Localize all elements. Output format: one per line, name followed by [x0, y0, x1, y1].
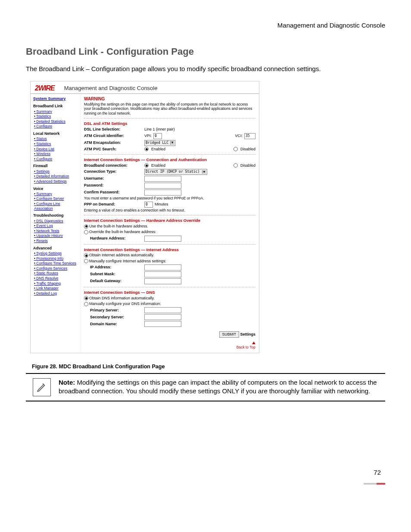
- conn-section-title: Internet Connection Settings — Connectio…: [84, 157, 255, 162]
- ip-address-input[interactable]: [144, 264, 181, 271]
- nav-t-event[interactable]: Event Log: [34, 224, 78, 228]
- pvc-enabled-radio[interactable]: [144, 147, 149, 151]
- dropdown-icon: ▼: [170, 141, 174, 145]
- username-input[interactable]: [144, 176, 181, 182]
- domain-name-input[interactable]: [144, 321, 181, 327]
- nav-t-network[interactable]: Network Tests: [34, 229, 78, 233]
- mdc-screenshot: 2WIRE Management and Diagnostic Console …: [30, 81, 259, 353]
- pencil-icon: [33, 378, 51, 396]
- bb-disabled-radio[interactable]: [234, 163, 238, 168]
- hw-opt1: Use the built-in hardware address.: [89, 224, 148, 228]
- pvc-disabled-radio[interactable]: [234, 147, 238, 151]
- bb-disabled-label: Disabled: [240, 163, 255, 168]
- nav-a-syslog[interactable]: Syslog Settings: [34, 251, 78, 256]
- ppp-label: PPP on Demand:: [84, 202, 144, 207]
- vpi-label: VPI:: [144, 134, 152, 138]
- doc-header: Management and Diagnostic Console: [26, 22, 385, 29]
- nav-voice: Voice: [33, 187, 78, 191]
- ip-manual-radio[interactable]: [84, 259, 88, 263]
- nav-firewall: Firewall: [33, 164, 78, 168]
- password-input[interactable]: [144, 183, 181, 189]
- nav-ln-wireless[interactable]: Wireless: [34, 152, 78, 156]
- nav-ln-device-list[interactable]: Device List: [34, 147, 78, 152]
- warning-title: WARNING: [84, 96, 255, 102]
- nav-advanced: Advanced: [33, 246, 78, 251]
- hw-address-label: Hardware Address:: [90, 236, 144, 241]
- ip-section-title: Internet Connection Settings — Internet …: [84, 247, 255, 252]
- hw-override-radio[interactable]: [84, 230, 88, 234]
- nav-bl-configure[interactable]: Configure: [34, 124, 78, 129]
- ip-address-label: IP Address:: [90, 265, 144, 270]
- hw-builtin-radio[interactable]: [84, 224, 88, 229]
- vci-input[interactable]: 35: [244, 133, 255, 139]
- pvc-enabled-label: Enabled: [151, 147, 165, 152]
- primary-server-input[interactable]: [144, 307, 181, 313]
- subnet-mask-input[interactable]: [144, 271, 181, 277]
- default-gw-input[interactable]: [144, 278, 181, 284]
- note-label: Note:: [59, 379, 75, 386]
- warning-text: Modifying the settings on this page can …: [84, 102, 255, 116]
- nav-system-summary[interactable]: System Summary: [33, 96, 66, 101]
- bb-enabled-radio[interactable]: [144, 163, 149, 168]
- nav-v-configure-line[interactable]: Configure Line Association: [34, 202, 78, 211]
- dns-auto-radio[interactable]: [84, 296, 88, 300]
- submit-label: Settings: [240, 332, 255, 336]
- vpi-input[interactable]: 0: [153, 133, 162, 139]
- bb-conn-label: Broadband connection:: [84, 163, 144, 168]
- ip-opt2: Manually configure Internet address sett…: [89, 259, 166, 263]
- nav-a-dns[interactable]: DNS Resolve: [34, 276, 78, 281]
- dns-opt1: Obtain DNS information automatically.: [89, 296, 155, 300]
- nav-a-static[interactable]: Static Routes: [34, 271, 78, 276]
- ppp-unit: Minutes: [155, 202, 168, 207]
- nav-bl-detailed-stats[interactable]: Detailed Statistics: [34, 119, 78, 124]
- nav-ln-statistics[interactable]: Statistics: [34, 142, 78, 146]
- nav-v-configure-server[interactable]: Configure Server: [34, 196, 78, 201]
- nav-t-upgrade[interactable]: Upgrade History: [34, 233, 78, 238]
- nav-bl-summary[interactable]: Summary: [34, 109, 78, 114]
- atm-encap-select[interactable]: Bridged LLC▼: [144, 140, 175, 146]
- vci-label: VCI:: [235, 134, 243, 138]
- note-box: Note: Modifying the settings on this pag…: [26, 373, 385, 401]
- sidebar-nav: System Summary Broadband Link Summary St…: [31, 94, 81, 353]
- hw-address-input[interactable]: [144, 236, 181, 242]
- back-to-top-link[interactable]: Back to Top: [237, 345, 255, 349]
- dns-section-title: Internet Connection Settings — DNS: [84, 290, 255, 295]
- nav-t-dsl[interactable]: DSL Diagnostics: [34, 219, 78, 224]
- nav-t-resets[interactable]: Resets: [34, 239, 78, 243]
- nav-v-summary[interactable]: Summary: [34, 192, 78, 196]
- page-number: 72: [374, 469, 381, 476]
- domain-name-label: Domain Name:: [90, 322, 144, 327]
- hw-opt2: Override the built-in hardware address:: [89, 230, 156, 234]
- nav-a-services[interactable]: Configure Services: [34, 266, 78, 271]
- nav-bl-statistics[interactable]: Statistics: [34, 114, 78, 119]
- confirm-password-input[interactable]: [144, 190, 181, 196]
- nav-local-network: Local Network: [33, 131, 78, 136]
- nav-a-detailed[interactable]: Detailed Log: [34, 291, 78, 296]
- nav-broadband-link: Broadband Link: [33, 104, 78, 109]
- confirm-password-label: Confirm Password:: [84, 190, 144, 195]
- nav-fw-detailed[interactable]: Detailed Information: [34, 174, 78, 179]
- conn-type-label: Connection Type:: [84, 169, 144, 174]
- atm-encap-label: ATM Encapsulation:: [84, 140, 144, 145]
- ppp-input[interactable]: 0: [144, 202, 153, 208]
- nav-a-link[interactable]: Link Manager: [34, 286, 78, 291]
- dns-manual-radio[interactable]: [84, 302, 88, 306]
- nav-fw-settings[interactable]: Settings: [34, 169, 78, 174]
- atm-circuit-label: ATM Circuit Identifier:: [84, 134, 144, 138]
- nav-a-prov[interactable]: Provisioning Info: [34, 256, 78, 261]
- hw-section-title: Internet Connection Settings — Hardware …: [84, 218, 255, 223]
- dsl-line-value: Line 1 (inner pair): [144, 127, 255, 132]
- nav-ln-configure[interactable]: Configure: [34, 157, 78, 162]
- conn-type-select[interactable]: Direct IP (DHCP or Static)▼: [144, 169, 207, 175]
- submit-button[interactable]: SUBMIT: [219, 331, 239, 338]
- nav-a-traffic[interactable]: Traffic Shaping: [34, 281, 78, 286]
- ip-auto-radio[interactable]: [84, 253, 88, 258]
- secondary-server-input[interactable]: [144, 314, 181, 320]
- console-title: Management and Diagnostic Console: [64, 85, 158, 93]
- nav-a-time[interactable]: Configure Time Services: [34, 261, 78, 266]
- note-body: Modifying the settings on this page can …: [59, 379, 377, 395]
- nav-ln-status[interactable]: Status: [34, 137, 78, 141]
- dsl-line-label: DSL Line Selection:: [84, 127, 144, 132]
- dns-opt2: Manually configure your DNS information:: [89, 302, 161, 306]
- nav-fw-advanced[interactable]: Advanced Settings: [34, 179, 78, 184]
